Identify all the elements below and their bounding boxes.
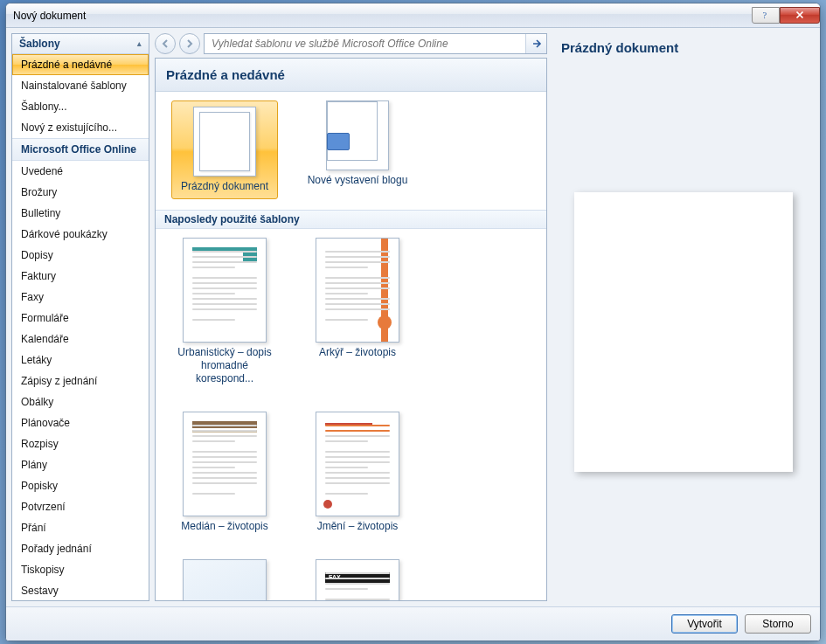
preview-box [552,62,815,601]
template-item[interactable]: Prázdný dokument [171,100,278,199]
arrow-left-icon [160,38,170,49]
window-title: Nový dokument [13,10,752,22]
template-item[interactable]: Nové vystavení blogu [304,100,411,199]
sidebar-header-label: Šablony [19,38,60,50]
center-panel: Prázdné a nedávné Prázdný dokumentNové v… [155,33,547,601]
sidebar-item[interactable]: Potvrzení [12,496,149,517]
sidebar-item[interactable]: Nainstalované šablony [12,75,149,96]
sidebar-item[interactable]: Sestavy [12,580,149,600]
templates-scroll[interactable]: Prázdný dokumentNové vystavení blogu Nap… [156,92,546,600]
sidebar-item[interactable]: Tiskopisy [12,559,149,580]
nav-row [155,33,547,54]
recent-templates-row: Urbanistický – dopis hromadné korespond.… [156,229,546,600]
titlebar: Nový dokument ? [6,3,820,28]
arrow-right-icon [184,38,195,49]
search-go-button[interactable] [525,34,546,53]
close-button[interactable] [780,7,820,24]
template-item[interactable]: FAXMedián – fax hromadné korespondence [304,559,411,600]
sidebar-item[interactable]: Kalendáře [12,329,149,350]
sidebar-item[interactable]: Bulletiny [12,203,149,224]
template-item[interactable]: Medián – životopis [171,412,278,533]
sidebar-item[interactable]: Faktury [12,266,149,287]
sidebar-item[interactable]: Zápisy z jednání [12,370,149,391]
dialog-footer: Vytvořit Storno [6,606,820,641]
template-item[interactable]: Urbanistický – dopis hromadné korespond.… [171,238,278,385]
template-item[interactable]: Jmění – životopis [304,412,411,533]
dialog-new-document: Nový dokument ? Šablony ▴ Prázdné a nedá… [5,3,821,641]
sidebar-item[interactable]: Letáky [12,350,149,370]
template-label: Urbanistický – dopis hromadné korespond.… [171,346,278,385]
search-box [204,33,547,54]
template-label: Jmění – životopis [317,520,399,533]
sidebar-item[interactable]: Plánovače [12,412,149,433]
sidebar-item[interactable]: Prázdné a nedávné [12,54,149,75]
sidebar-item[interactable]: Uvedené [12,161,149,182]
sidebar-item[interactable]: Přání [12,517,149,538]
sidebar-item[interactable]: Microsoft Office Online [12,138,149,161]
template-label: Prázdný dokument [181,180,268,193]
template-item[interactable]: Arkýř – životopis [304,238,411,385]
sidebar-item[interactable]: Popisky [12,475,149,496]
sidebar-item[interactable]: Rozpisy [12,433,149,454]
recent-header: Naposledy použité šablony [156,210,546,229]
templates-panel: Prázdné a nedávné Prázdný dokumentNové v… [155,58,547,601]
chevron-up-icon: ▴ [137,39,142,48]
search-input[interactable] [205,34,525,53]
template-label: Arkýř – životopis [319,346,396,359]
sidebar-item[interactable]: Dopisy [12,245,149,266]
sidebar-item[interactable]: Šablony... [12,96,149,117]
preview-page [574,192,793,472]
panel-title: Prázdné a nedávné [156,59,546,92]
sidebar: Šablony ▴ Prázdné a nedávnéNainstalované… [11,33,149,601]
help-button[interactable]: ? [752,7,780,24]
sidebar-header[interactable]: Šablony ▴ [12,34,149,54]
preview-pane: Prázdný dokument [552,33,815,601]
top-templates-row: Prázdný dokumentNové vystavení blogu [156,92,546,210]
sidebar-item[interactable]: Dárkové poukázky [12,224,149,245]
nav-back-button[interactable] [155,33,176,54]
nav-forward-button[interactable] [179,33,200,54]
svg-text:?: ? [763,10,767,20]
sidebar-list[interactable]: Prázdné a nedávnéNainstalované šablonyŠa… [12,54,149,600]
sidebar-item[interactable]: Nový z existujícího... [12,117,149,138]
template-label: Nové vystavení blogu [308,174,408,187]
create-button[interactable]: Vytvořit [671,614,738,634]
help-icon: ? [760,9,772,21]
sidebar-item[interactable]: Faxy [12,287,149,308]
sidebar-item[interactable]: Pořady jednání [12,538,149,559]
sidebar-item[interactable]: Obálky [12,391,149,412]
sidebar-item[interactable]: Plány [12,454,149,475]
sidebar-item[interactable]: Brožury [12,182,149,203]
sidebar-item[interactable]: Formuláře [12,308,149,329]
close-icon [794,9,806,21]
arrow-right-icon [531,38,543,50]
cancel-button[interactable]: Storno [745,614,811,634]
template-item[interactable]: Normal [171,559,278,600]
preview-title: Prázdný dokument [552,33,815,62]
template-label: Medián – životopis [181,520,267,533]
